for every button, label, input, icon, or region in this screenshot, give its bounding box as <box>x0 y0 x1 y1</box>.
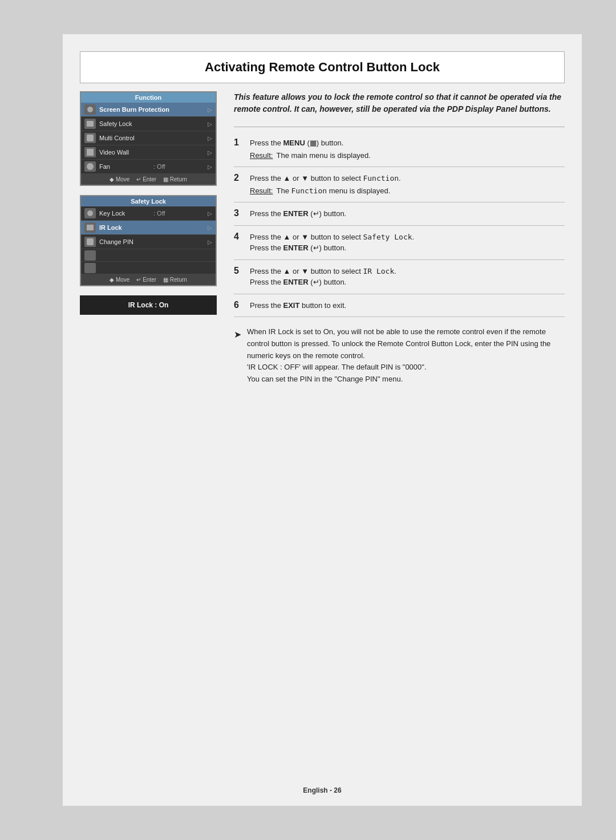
step-row-4: 4 Press the ▲ or ▼ button to select Safe… <box>234 225 565 259</box>
footer-return: ▦ Return <box>163 277 187 283</box>
step-text2: Press the ENTER (↵) button. <box>250 277 565 288</box>
menu-row-empty <box>81 262 216 274</box>
result-label: Result: <box>250 185 273 197</box>
step-text: Press the ENTER (↵) button. <box>250 208 565 220</box>
step-text: Press the ▲ or ▼ button to select IR Loc… <box>250 266 565 277</box>
step-row-1: 1 Press the MENU (▦) button. Result: The… <box>234 132 565 167</box>
menu-item-label: Safety Lock <box>99 120 208 127</box>
step-text2: Press the ENTER (↵) button. <box>250 242 565 254</box>
step-text: Press the EXIT button to exit. <box>250 300 565 311</box>
divider <box>234 127 565 127</box>
right-column: This feature allows you to lock the remo… <box>234 91 565 385</box>
menu-item-label: IR Lock <box>99 224 208 231</box>
safety-lock-menu-footer: ◆ Move ↵ Enter ▦ Return <box>81 274 216 285</box>
footer-text: English - 26 <box>303 786 341 794</box>
step-number: 6 <box>234 294 250 317</box>
menu-arrow: ▷ <box>208 107 212 113</box>
step-number: 4 <box>234 225 250 259</box>
step-row-5: 5 Press the ▲ or ▼ button to select IR L… <box>234 259 565 294</box>
menu-arrow: ▷ <box>208 210 212 217</box>
step-number: 1 <box>234 132 250 167</box>
note-text: When IR Lock is set to On, you will not … <box>247 326 565 385</box>
menu-icon-4 <box>84 147 96 157</box>
menu-row: Fan : Off ▷ <box>81 160 216 174</box>
page-footer: English - 26 <box>63 786 582 794</box>
result-line: Result: The Function menu is displayed. <box>250 185 565 197</box>
step-content: Press the ▲ or ▼ button to select IR Loc… <box>250 259 565 294</box>
menu-row: Change PIN ▷ <box>81 235 216 249</box>
function-menu-body: Screen Burn Protection ▷ Safety Lock ▷ <box>81 103 216 174</box>
footer-enter: ↵ Enter <box>136 277 156 283</box>
menu-item-value: : Off <box>153 163 208 170</box>
step-row-6: 6 Press the EXIT button to exit. <box>234 294 565 317</box>
menu-icon-2 <box>84 119 96 129</box>
menu-item-label: Change PIN <box>99 238 208 245</box>
footer-move: ◆ Move <box>110 277 129 283</box>
menu-icon-ir <box>84 222 96 233</box>
menu-icon-pin <box>84 237 96 247</box>
step-content: Press the EXIT button to exit. <box>250 294 565 317</box>
step-row-3: 3 Press the ENTER (↵) button. <box>234 202 565 226</box>
function-menu-title: Function <box>81 92 216 103</box>
page-title: Activating Remote Control Button Lock <box>92 60 553 75</box>
menu-item-label: Multi Control <box>99 135 208 141</box>
safety-lock-menu-screenshot: Safety Lock Key Lock : Off ▷ <box>80 195 217 286</box>
intro-text: This feature allows you to lock the remo… <box>234 91 565 115</box>
content-area: Activating Remote Control Button Lock Fu… <box>63 34 582 806</box>
pin-icon <box>87 238 94 245</box>
function-menu-footer: ◆ Move ↵ Enter ▦ Return <box>81 174 216 185</box>
steps-table: 1 Press the MENU (▦) button. Result: The… <box>234 132 565 317</box>
page: Activating Remote Control Button Lock Fu… <box>0 0 616 840</box>
menu-item-label: Fan <box>99 163 153 170</box>
menu-row: Key Lock : Off ▷ <box>81 206 216 221</box>
result-text: The Function menu is displayed. <box>276 185 390 197</box>
footer-move: ◆ Move <box>110 176 129 182</box>
title-bar: Activating Remote Control Button Lock <box>80 51 565 83</box>
menu-icon-1 <box>84 104 96 115</box>
menu-row-empty <box>81 249 216 262</box>
note-arrow-icon: ➤ <box>234 327 241 385</box>
footer-return: ▦ Return <box>163 176 187 182</box>
step-content: Press the ENTER (↵) button. <box>250 202 565 226</box>
sun-icon <box>87 107 93 112</box>
gear-icon <box>87 135 94 141</box>
menu-row: Video Wall ▷ <box>81 145 216 160</box>
key-icon <box>87 210 93 216</box>
menu-icon-3 <box>84 133 96 143</box>
menu-arrow: ▷ <box>208 149 212 156</box>
function-menu-screenshot: Function Screen Burn Protection ▷ <box>80 91 217 186</box>
step-content: Press the ▲ or ▼ button to select Functi… <box>250 167 565 202</box>
ir-icon <box>87 225 94 230</box>
menu-item-label: Video Wall <box>99 149 208 156</box>
menu-arrow: ▷ <box>208 135 212 141</box>
menu-arrow: ▷ <box>208 225 212 231</box>
menu-arrow: ▷ <box>208 121 212 127</box>
note-section: ➤ When IR Lock is set to On, you will no… <box>234 326 565 385</box>
step-text: Press the MENU (▦) button. <box>250 137 565 149</box>
step-content: Press the MENU (▦) button. Result: The m… <box>250 132 565 167</box>
menu-icon-e1 <box>84 250 96 261</box>
tools-icon <box>87 163 94 170</box>
left-column: Function Screen Burn Protection ▷ <box>80 91 217 315</box>
result-text: The main menu is displayed. <box>276 150 370 161</box>
film-icon <box>87 149 94 156</box>
step-row-2: 2 Press the ▲ or ▼ button to select Func… <box>234 167 565 202</box>
menu-arrow: ▷ <box>208 164 212 170</box>
book-icon <box>87 121 94 127</box>
step-number: 5 <box>234 259 250 294</box>
safety-lock-menu-body: Key Lock : Off ▷ IR Lock ▷ <box>81 206 216 274</box>
menu-icon-5 <box>84 161 96 172</box>
step-number: 2 <box>234 167 250 202</box>
result-label: Result: <box>250 150 273 161</box>
safety-lock-menu-title: Safety Lock <box>81 196 216 206</box>
menu-item-value: : Off <box>153 210 208 217</box>
menu-row: Multi Control ▷ <box>81 131 216 145</box>
step-number: 3 <box>234 202 250 226</box>
menu-row: Screen Burn Protection ▷ <box>81 103 216 117</box>
menu-item-label: Screen Burn Protection <box>99 106 208 113</box>
menu-row: IR Lock ▷ <box>81 221 216 235</box>
step-text: Press the ▲ or ▼ button to select Safety… <box>250 232 565 243</box>
ir-lock-box: IR Lock : On <box>80 295 217 315</box>
step-content: Press the ▲ or ▼ button to select Safety… <box>250 225 565 259</box>
menu-icon-kl <box>84 208 96 218</box>
